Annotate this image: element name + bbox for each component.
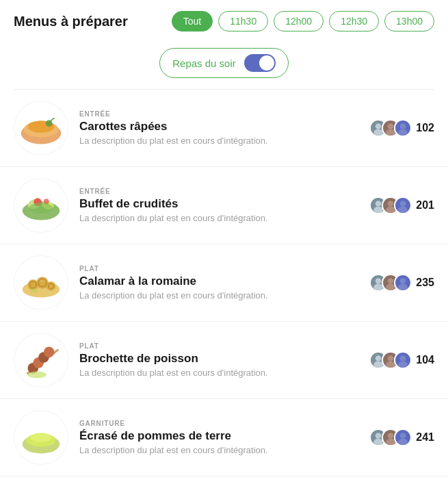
dish-count-group: 201 <box>369 196 434 214</box>
svg-point-10 <box>399 129 408 136</box>
avatar-3 <box>394 351 412 369</box>
count-badge: 241 <box>416 431 434 444</box>
dish-image-4 <box>14 410 68 465</box>
time-filter-btn-13h00[interactable]: 13h00 <box>384 11 434 31</box>
svg-point-50 <box>400 355 406 361</box>
dish-category: GARNITURE <box>79 420 358 427</box>
svg-point-23 <box>399 207 408 214</box>
svg-point-37 <box>400 278 406 283</box>
svg-point-9 <box>400 123 406 129</box>
dish-image-0 <box>14 101 68 155</box>
time-filter-btn-Tout[interactable]: Tout <box>172 11 213 31</box>
avatar-3 <box>394 119 412 137</box>
svg-point-44 <box>44 347 55 358</box>
dish-count-group: 235 <box>369 274 434 292</box>
dish-image-1 <box>14 178 68 233</box>
dish-count-group: 104 <box>369 351 434 369</box>
toggle-container[interactable]: Repas du soir <box>159 48 289 78</box>
dish-info-4: GARNITURE Écrasé de pommes de terre La d… <box>79 420 358 455</box>
dish-description: La description du plat est en cours d'in… <box>79 213 358 223</box>
dish-description: La description du plat est en cours d'in… <box>79 290 358 301</box>
dish-image-3 <box>14 333 68 387</box>
count-badge: 102 <box>416 122 434 134</box>
svg-point-35 <box>388 278 393 283</box>
avatar-3 <box>394 429 412 446</box>
svg-point-48 <box>388 355 393 361</box>
svg-point-55 <box>30 433 51 442</box>
toggle-row: Repas du soir <box>0 42 448 89</box>
svg-point-32 <box>30 289 38 293</box>
count-badge: 201 <box>416 199 434 212</box>
svg-point-7 <box>388 123 393 129</box>
dish-info-3: PLAT Brochette de poisson La description… <box>79 342 358 378</box>
avatars <box>369 429 412 446</box>
dish-info-1: ENTRÉE Buffet de crudités La description… <box>79 188 358 223</box>
dish-category: PLAT <box>79 265 358 272</box>
time-filter-btn-12h00[interactable]: 12h00 <box>274 11 324 31</box>
menu-item: PLAT Calamar à la romaine La description… <box>0 244 448 322</box>
menu-item: GARNITURE Écrasé de pommes de terre La d… <box>0 399 448 476</box>
svg-point-61 <box>399 439 408 446</box>
avatars <box>369 351 412 369</box>
header: Menus à préparer Tout11h3012h0012h3013h0… <box>0 0 448 42</box>
count-badge: 104 <box>416 354 434 366</box>
dish-description: La description du plat est en cours d'in… <box>79 368 358 378</box>
dish-category: ENTRÉE <box>79 188 358 195</box>
dish-count-group: 241 <box>369 429 434 446</box>
avatars <box>369 119 412 137</box>
dish-name: Brochette de poisson <box>79 352 358 366</box>
svg-point-38 <box>399 284 408 291</box>
svg-point-51 <box>399 361 408 368</box>
svg-point-56 <box>375 433 381 438</box>
avatar-3 <box>394 196 412 214</box>
svg-point-17 <box>29 203 53 214</box>
menu-list: ENTRÉE Carottes râpées La description du… <box>0 90 448 476</box>
dish-image-2 <box>14 255 68 310</box>
svg-point-18 <box>375 201 381 206</box>
time-filter-btn-12h30[interactable]: 12h30 <box>329 11 379 31</box>
toggle-knob <box>259 55 274 71</box>
menu-item: ENTRÉE Carottes râpées La description du… <box>0 90 448 167</box>
toggle-switch[interactable] <box>244 54 276 72</box>
toggle-label: Repas du soir <box>172 58 236 69</box>
svg-point-33 <box>375 278 381 283</box>
dish-name: Écrasé de pommes de terre <box>79 429 358 443</box>
menu-item: ENTRÉE Buffet de crudités La description… <box>0 167 448 244</box>
avatar-3 <box>394 274 412 292</box>
avatars <box>369 196 412 214</box>
svg-point-22 <box>400 201 406 206</box>
page-title: Menus à préparer <box>14 14 161 29</box>
avatars <box>369 274 412 292</box>
svg-point-58 <box>388 433 393 438</box>
time-filter-btn-11h30[interactable]: 11h30 <box>218 11 268 31</box>
dish-info-2: PLAT Calamar à la romaine La description… <box>79 265 358 301</box>
dish-info-0: ENTRÉE Carottes râpées La description du… <box>79 110 358 146</box>
dish-name: Carottes râpées <box>79 120 358 133</box>
svg-point-60 <box>400 433 406 438</box>
dish-name: Calamar à la romaine <box>79 275 358 288</box>
dish-description: La description du plat est en cours d'in… <box>79 136 358 146</box>
svg-point-20 <box>388 201 393 206</box>
time-filters: Tout11h3012h0012h3013h00 <box>172 11 434 31</box>
dish-description: La description du plat est en cours d'in… <box>79 445 358 455</box>
svg-point-45 <box>28 372 47 379</box>
svg-point-46 <box>375 355 381 361</box>
count-badge: 235 <box>416 277 434 289</box>
dish-category: ENTRÉE <box>79 110 358 118</box>
dish-count-group: 102 <box>369 119 434 137</box>
menu-item: PLAT Brochette de poisson La description… <box>0 322 448 399</box>
dish-name: Buffet de crudités <box>79 197 358 211</box>
dish-category: PLAT <box>79 342 358 350</box>
svg-point-5 <box>375 123 381 129</box>
